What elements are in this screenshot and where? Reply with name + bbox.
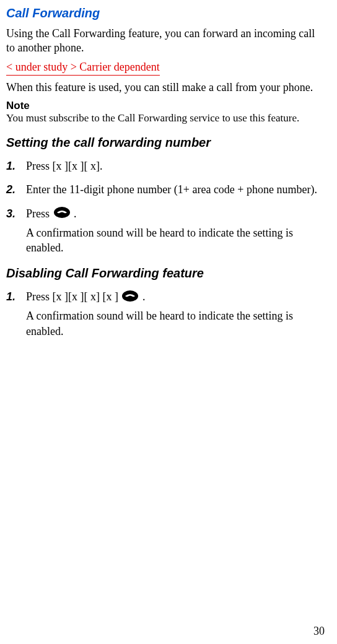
section-heading-setting: Setting the call forwarding number <box>6 136 326 150</box>
step-3: 3. Press . A confirmation sound will be … <box>6 206 326 258</box>
intro-paragraph-2: When this feature is used, you can still… <box>6 80 326 95</box>
step-text: Press [x ][x ][ x]. <box>26 159 326 173</box>
step-number: 1. <box>6 289 26 341</box>
step-text: Press [x ][x ][ x] [x ] . <box>26 289 326 306</box>
step-text-before: Press <box>26 207 53 220</box>
step-2: 2. Enter the 11-digit phone number (1+ a… <box>6 182 326 199</box>
step-number: 2. <box>6 182 26 199</box>
note-body: You must subscribe to the Call Forwardin… <box>6 112 326 124</box>
step-text-after: . <box>142 290 146 303</box>
step-1: 1. Press [x ][x ][ x] [x ] . A confirmat… <box>6 289 326 341</box>
svg-point-1 <box>122 290 138 302</box>
page-title: Call Forwarding <box>6 6 326 20</box>
note-heading: Note <box>6 100 326 112</box>
setting-steps-list: 1. Press [x ][x ][ x]. 2. Enter the 11-d… <box>6 159 326 258</box>
call-button-icon <box>121 290 139 306</box>
carrier-note-red: < under study > Carrier dependent <box>6 61 160 76</box>
call-button-icon <box>53 206 71 222</box>
step-follow-text: A confirmation sound will be heard to in… <box>26 308 326 339</box>
step-text-before: Press [x ][x ][ x] [x ] <box>26 290 121 303</box>
page-number: 30 <box>313 625 325 638</box>
disabling-steps-list: 1. Press [x ][x ][ x] [x ] . A confirmat… <box>6 289 326 341</box>
note-body-part3: Call Forwarding service to use this feat… <box>118 112 299 124</box>
note-body-part1: You must subscribe to <box>6 112 102 124</box>
step-number: 1. <box>6 159 26 176</box>
step-text: Enter the 11-digit phone number (1+ area… <box>26 182 326 197</box>
step-follow-text: A confirmation sound will be heard to in… <box>26 225 326 256</box>
step-number: 3. <box>6 206 26 258</box>
section-heading-disabling: Disabling Call Forwarding feature <box>6 266 326 281</box>
step-1: 1. Press [x ][x ][ x]. <box>6 159 326 176</box>
intro-paragraph: Using the Call Forwarding feature, you c… <box>6 27 326 56</box>
svg-point-0 <box>54 207 70 218</box>
step-text: Press . <box>26 206 326 223</box>
note-body-part2: the <box>102 112 118 124</box>
step-text-after: . <box>74 207 77 220</box>
